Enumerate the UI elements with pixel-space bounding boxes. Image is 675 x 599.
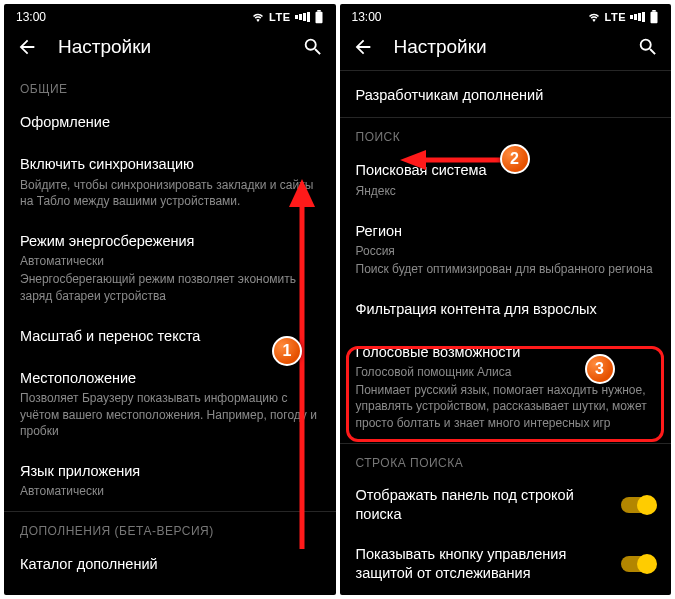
page-title: Настройки [58, 36, 282, 58]
toggle-switch-on[interactable] [621, 556, 655, 572]
item-label: Местоположение [20, 368, 320, 388]
item-value: Автоматически [20, 253, 320, 269]
item-appearance[interactable]: Оформление [4, 102, 336, 144]
signal-icon [295, 12, 310, 22]
signal-icon [630, 12, 645, 22]
svg-marker-7 [400, 150, 426, 170]
toggle-label: Показывать кнопку управления защитой от … [356, 545, 610, 584]
section-searchbar: СТРОКА ПОИСКА [340, 443, 672, 476]
item-label: Оформление [20, 112, 320, 132]
lte-label: LTE [605, 11, 626, 23]
phone-right: 13:00 LTE Настройки Разработчика [340, 4, 672, 595]
search-icon[interactable] [637, 36, 659, 58]
item-value: Автоматически [20, 483, 320, 499]
item-filter[interactable]: Фильтрация контента для взрослых [340, 289, 672, 331]
battery-icon [649, 10, 659, 24]
wifi-icon [251, 12, 265, 22]
step-badge-3: 3 [585, 354, 615, 384]
item-label: Включить синхронизацию [20, 154, 320, 174]
toggle-tracking[interactable]: Показывать кнопку управления защитой от … [340, 535, 672, 594]
item-value: Россия [356, 243, 656, 259]
section-search: ПОИСК [340, 117, 672, 150]
wifi-icon [587, 12, 601, 22]
svg-rect-5 [652, 10, 656, 12]
item-subtext: Поиск будет оптимизирован для выбранного… [356, 261, 656, 277]
item-value: Яндекс [356, 183, 656, 199]
item-label: Фильтрация контента для взрослых [356, 299, 656, 319]
item-subtext: Войдите, чтобы синхронизировать закладки… [20, 177, 320, 209]
item-label: Каталог дополнений [20, 554, 320, 574]
toggle-panel[interactable]: Отображать панель под строкой поиска [340, 476, 672, 535]
item-language[interactable]: Язык приложения Автоматически [4, 451, 336, 511]
status-time: 13:00 [352, 10, 382, 24]
status-icons: LTE [587, 10, 659, 24]
section-general: ОБЩИЕ [4, 70, 336, 102]
item-devs[interactable]: Разработчикам дополнений [4, 587, 336, 595]
svg-rect-4 [651, 12, 658, 23]
step-badge-1: 1 [272, 336, 302, 366]
lte-label: LTE [269, 11, 290, 23]
item-subtext: Энергосберегающий режим позволяет эконом… [20, 271, 320, 303]
dual-screenshot: 13:00 LTE Настройки ОБЩИЕ О [0, 0, 675, 599]
app-header: Настройки [4, 26, 336, 70]
toggle-label: Отображать панель под строкой поиска [356, 486, 610, 525]
back-icon[interactable] [16, 36, 38, 58]
back-icon[interactable] [352, 36, 374, 58]
item-devs[interactable]: Разработчикам дополнений [340, 70, 672, 117]
arrow-left-icon [400, 148, 500, 172]
toggle-switch-on[interactable] [621, 497, 655, 513]
step-badge-2: 2 [500, 144, 530, 174]
status-icons: LTE [251, 10, 323, 24]
item-power[interactable]: Режим энергосбережения Автоматически Эне… [4, 221, 336, 316]
item-label: Язык приложения [20, 461, 320, 481]
item-catalog[interactable]: Каталог дополнений [4, 544, 336, 586]
item-location[interactable]: Местоположение Позволяет Браузеру показы… [4, 358, 336, 451]
item-region[interactable]: Регион Россия Поиск будет оптимизирован … [340, 211, 672, 290]
svg-rect-0 [315, 12, 322, 23]
section-addons: ДОПОЛНЕНИЯ (БЕТА-ВЕРСИЯ) [4, 511, 336, 544]
status-bar: 13:00 LTE [340, 4, 672, 26]
item-label: Регион [356, 221, 656, 241]
status-time: 13:00 [16, 10, 46, 24]
app-header: Настройки [340, 26, 672, 70]
item-label: Режим энергосбережения [20, 231, 320, 251]
highlight-box [346, 346, 664, 442]
svg-marker-3 [289, 179, 315, 207]
status-bar: 13:00 LTE [4, 4, 336, 26]
search-icon[interactable] [302, 36, 324, 58]
item-subtext: Позволяет Браузеру показывать информацию… [20, 390, 320, 439]
phone-left: 13:00 LTE Настройки ОБЩИЕ О [4, 4, 336, 595]
item-sync[interactable]: Включить синхронизацию Войдите, чтобы си… [4, 144, 336, 221]
svg-rect-1 [317, 10, 321, 12]
item-label: Разработчикам дополнений [356, 85, 656, 105]
page-title: Настройки [394, 36, 618, 58]
battery-icon [314, 10, 324, 24]
